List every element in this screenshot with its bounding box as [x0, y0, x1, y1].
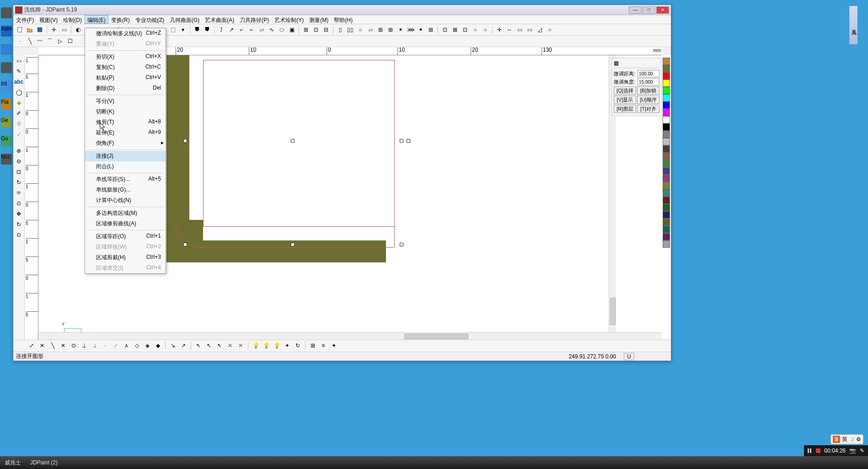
menu-item[interactable]: 区域等距(O)Ctrl+1: [85, 231, 166, 242]
menu-item[interactable]: 复制(C)Ctrl+C: [85, 62, 166, 73]
color-swatch[interactable]: [663, 175, 670, 182]
menu-item[interactable]: 延伸(E)Alt+9: [85, 128, 166, 138]
brush-icon[interactable]: ✐: [14, 108, 24, 118]
reset-icon[interactable]: ⊙: [14, 230, 24, 240]
desktop-icon[interactable]: Go: [1, 135, 12, 146]
tool-icon[interactable]: ▣: [287, 25, 296, 34]
save-icon[interactable]: [35, 25, 44, 34]
search-icon[interactable]: ⊙: [14, 198, 24, 208]
delete-icon[interactable]: ✕: [225, 341, 235, 350]
point-icon[interactable]: ·: [15, 37, 24, 46]
tool-icon[interactable]: ⊡: [461, 25, 470, 34]
tool-icon[interactable]: ⊞: [426, 25, 435, 34]
snap-icon[interactable]: ⟋: [111, 341, 120, 350]
tool-icon[interactable]: ⊠: [450, 25, 460, 34]
tool-icon[interactable]: ▯: [336, 25, 345, 34]
menu-item[interactable]: 闭合(L): [85, 161, 166, 172]
color-swatch[interactable]: [663, 153, 670, 160]
fill-icon[interactable]: ◆: [14, 98, 24, 108]
side-tool-panel[interactable]: 免工具: [849, 5, 858, 45]
pan-icon[interactable]: ✥: [14, 209, 24, 219]
shield-icon[interactable]: ⛊: [203, 25, 212, 34]
color-swatch[interactable]: [663, 204, 670, 211]
menu-file[interactable]: 文件(F): [13, 15, 37, 24]
menu-artsurf[interactable]: 艺术曲面(A): [202, 15, 237, 24]
color-swatch[interactable]: [663, 72, 670, 80]
tool-icon[interactable]: ⊞: [386, 25, 395, 34]
tool-icon[interactable]: ⌐: [247, 25, 256, 34]
snap-icon[interactable]: ◆: [153, 341, 162, 350]
menu-toolpath[interactable]: 刀具路径(P): [237, 15, 272, 24]
arc-icon[interactable]: ⌒: [45, 37, 54, 46]
snap-icon[interactable]: ↘: [168, 341, 177, 350]
lock-button[interactable]: [B]加锁: [637, 86, 659, 95]
curve-icon[interactable]: 〰: [35, 37, 44, 46]
snap-icon[interactable]: ✕: [59, 341, 68, 350]
pin-icon[interactable]: ⚲: [14, 119, 24, 129]
menu-item[interactable]: 粘贴(P)Ctrl+V: [85, 73, 166, 83]
tool-icon[interactable]: ✶: [396, 25, 405, 34]
selection-handle[interactable]: [400, 243, 403, 246]
color-swatch[interactable]: [663, 87, 670, 94]
nudge-dist-input[interactable]: [638, 70, 659, 77]
menu-item[interactable]: 等分(V): [85, 96, 166, 107]
menu-item[interactable]: 倒角(F)▸: [85, 138, 166, 149]
rect-icon[interactable]: ☐: [65, 37, 75, 46]
color-swatch[interactable]: [663, 65, 670, 72]
open-icon[interactable]: [25, 25, 34, 34]
tool-icon[interactable]: ◿: [535, 25, 544, 34]
menu-view[interactable]: 视图(V): [37, 15, 60, 24]
cursor-icon[interactable]: ↖: [194, 341, 203, 350]
color-swatch[interactable]: [663, 58, 670, 65]
menu-transform[interactable]: 变换(R): [108, 15, 133, 24]
tool-icon[interactable]: ⬚: [168, 25, 177, 34]
tool-icon[interactable]: ▾: [178, 25, 188, 34]
text-icon[interactable]: abc: [14, 77, 24, 87]
color-swatch[interactable]: [663, 80, 670, 87]
close-button[interactable]: ✕: [656, 6, 669, 14]
measure-icon[interactable]: ⟋: [14, 129, 24, 139]
tool-icon[interactable]: ⊟: [321, 25, 331, 34]
tool-icon[interactable]: ▱: [366, 25, 375, 34]
taskbar-item[interactable]: JDPaint (2): [26, 458, 62, 468]
minimize-button[interactable]: —: [629, 6, 642, 14]
fit-icon[interactable]: ⊡: [14, 167, 24, 177]
delete-icon[interactable]: ✕: [236, 341, 245, 350]
snap-icon[interactable]: ◈: [143, 341, 152, 350]
color-swatch[interactable]: [663, 211, 670, 219]
taskbar-item[interactable]: 威兆士: [0, 457, 26, 469]
move-icon[interactable]: ✛: [49, 25, 59, 34]
tool-icon[interactable]: ⊞: [376, 25, 385, 34]
menu-help[interactable]: 帮助(H): [331, 15, 355, 24]
shield-icon[interactable]: ⛊: [193, 25, 202, 34]
selection-handle[interactable]: [400, 139, 403, 143]
select-icon[interactable]: ▭: [59, 25, 69, 34]
snap-icon[interactable]: ◇: [132, 341, 141, 350]
menu-item[interactable]: 剪切(X)Ctrl+X: [85, 52, 166, 62]
align-button[interactable]: [T]对齐: [637, 105, 659, 113]
selection-handle[interactable]: [183, 139, 187, 143]
menu-item[interactable]: 删除(D)Del: [85, 83, 166, 94]
color-swatch[interactable]: [663, 131, 670, 138]
new-icon[interactable]: [15, 25, 24, 34]
tool-icon[interactable]: ○: [481, 25, 490, 34]
menu-artdraw[interactable]: 艺术绘制(Y): [272, 15, 306, 24]
ime-indicator[interactable]: S 英 ☽ ⚙: [830, 434, 863, 444]
tool-icon[interactable]: ○: [471, 25, 480, 34]
menu-item[interactable]: 区域修剪曲线(A): [85, 219, 166, 229]
menu-pro[interactable]: 专业功能(Z): [133, 15, 167, 24]
select-rect-icon[interactable]: ▭: [14, 56, 24, 66]
zoom-out-icon[interactable]: ⊖: [14, 156, 24, 166]
tool-icon[interactable]: ✎: [860, 448, 864, 454]
menu-edit[interactable]: 编辑(E): [85, 15, 108, 24]
desktop-icon[interactable]: Ge: [1, 117, 12, 128]
menu-draw[interactable]: 绘制(D): [60, 15, 85, 24]
tool-icon[interactable]: ✦: [329, 341, 338, 350]
tool-icon[interactable]: ⊞: [301, 25, 311, 34]
shape-icon[interactable]: ◯: [14, 87, 24, 97]
desktop-icon[interactable]: [1, 7, 12, 18]
select-button[interactable]: [Q]选择: [614, 86, 636, 95]
order-button[interactable]: [U]顺序: [637, 96, 659, 104]
color-swatch[interactable]: [663, 145, 670, 153]
desktop-icon[interactable]: Ncc: [1, 154, 12, 165]
